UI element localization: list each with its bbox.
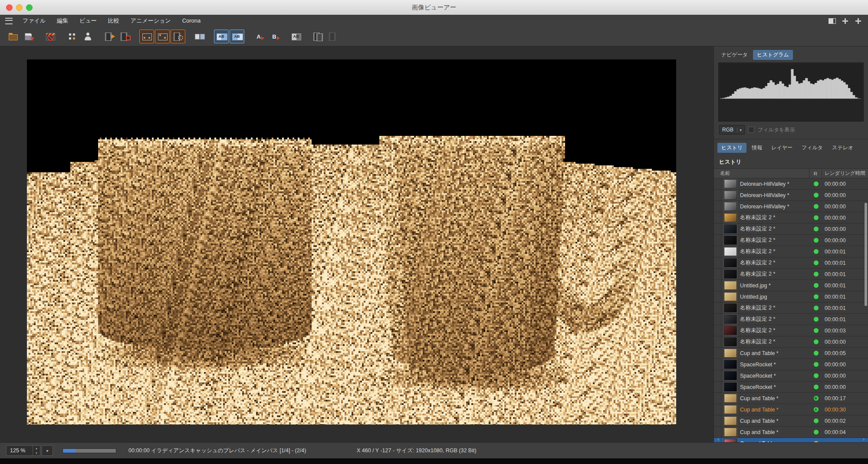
menu-view[interactable]: ビュー: [74, 15, 102, 27]
tab-history[interactable]: ヒストリ: [717, 143, 746, 153]
scroll-left-button[interactable]: ‹: [717, 436, 719, 442]
history-row[interactable]: Cup and Table *00:00:05: [714, 348, 868, 359]
history-thumbnail: [724, 394, 737, 403]
history-row[interactable]: 名称未設定 2 *00:00:01: [714, 269, 868, 280]
history-row[interactable]: Delorean-HillValley *00:00:00: [714, 178, 868, 190]
history-row[interactable]: 名称未設定 2 *00:00:03: [714, 325, 868, 336]
status-cell: [810, 385, 822, 389]
status-cell: [810, 373, 822, 378]
history-row[interactable]: Delorean-HillValley *00:00:00: [714, 190, 868, 201]
render-time: 00:00:00: [822, 362, 868, 368]
status-cell: [810, 339, 822, 344]
hamburger-menu-icon[interactable]: [5, 18, 13, 24]
history-row[interactable]: SpaceRocket *00:00:00: [714, 382, 868, 393]
swap-ba-button[interactable]: AB: [230, 30, 244, 43]
swap-ab-button[interactable]: AB: [214, 30, 229, 43]
history-table-header: 名前 R レンダリング時間 ^: [714, 168, 868, 178]
column-name[interactable]: 名前: [714, 169, 809, 178]
render-image[interactable]: [27, 59, 676, 425]
scrollbar-thumb[interactable]: [865, 203, 867, 306]
stop-render-button[interactable]: [43, 30, 58, 43]
close-button[interactable]: [6, 4, 13, 11]
dock-palette-icon[interactable]: [854, 17, 862, 24]
menu-compare[interactable]: 比較: [102, 15, 125, 27]
filmstrip-button[interactable]: [310, 30, 325, 43]
render-time: 00:00:00: [822, 384, 868, 390]
zoom-control: 125 % ▴ ▾: [6, 445, 40, 456]
history-row[interactable]: Cup and Table *A00:00:30: [714, 404, 868, 415]
record-frame-button[interactable]: [118, 30, 132, 43]
history-row[interactable]: Untitled.jpg00:00:01: [714, 291, 868, 303]
menu-corona[interactable]: Corona: [177, 15, 207, 27]
compare-sequence-button[interactable]: [171, 30, 185, 43]
history-thumbnail: [724, 303, 737, 313]
status-cell: [810, 260, 822, 265]
history-row[interactable]: 名称未設定 2 *00:00:00: [714, 235, 868, 246]
compare-split-button[interactable]: [155, 30, 170, 43]
history-item-name: 名称未設定 2 *: [740, 327, 810, 334]
zoom-value[interactable]: 125 %: [7, 448, 33, 454]
tab-stereo[interactable]: ステレオ: [828, 143, 857, 153]
column-status[interactable]: R: [809, 169, 822, 178]
history-row[interactable]: 名称未設定 2 *00:00:01: [714, 257, 868, 269]
history-row[interactable]: Untitled.jpg *00:00:01: [714, 280, 868, 291]
move-palette-icon[interactable]: [841, 17, 849, 24]
history-scrollbar[interactable]: [865, 201, 868, 331]
channel-select[interactable]: RGB ▾: [719, 125, 745, 135]
render-time: 00:00:00: [822, 339, 868, 345]
ram-player-button[interactable]: [80, 30, 95, 43]
panel-layout-icon[interactable]: [828, 17, 836, 24]
ab-image-button[interactable]: AB: [289, 30, 303, 43]
history-item-name: SpaceRocket *: [740, 384, 810, 390]
tab-histogram[interactable]: ヒストグラム: [753, 50, 793, 60]
render-time: 00:00:00: [822, 181, 868, 187]
zoom-step-down-button[interactable]: ▾: [33, 451, 40, 455]
render-time: 00:00:01: [822, 249, 868, 255]
history-row[interactable]: SpaceRocket *00:00:00: [714, 370, 868, 382]
set-as-a-button[interactable]: A: [251, 30, 266, 43]
render-time: 00:00:00: [822, 226, 868, 232]
cursor-info-text: X 460 / Y -127 - サイズ: 1920x1080, RGB (32…: [357, 447, 477, 454]
team-render-button[interactable]: [65, 30, 79, 43]
render-time: 00:00:02: [822, 418, 868, 424]
status-done-icon: [814, 181, 819, 186]
history-row[interactable]: 名称未設定 2 *00:00:01: [714, 246, 868, 257]
status-cell: [810, 351, 822, 355]
traffic-lights: [6, 4, 33, 11]
compare-side-button[interactable]: [139, 30, 154, 43]
zoom-button[interactable]: [26, 4, 33, 11]
menu-file[interactable]: ファイル: [17, 15, 51, 27]
history-row[interactable]: Cup and Table *00:00:02: [714, 415, 868, 427]
history-row[interactable]: SpaceRocket *00:00:00: [714, 359, 868, 370]
history-item-name: 名称未設定 2 *: [740, 248, 810, 255]
row-gutter: [714, 201, 721, 212]
zoom-dropdown-button[interactable]: ▾: [42, 445, 53, 456]
open-image-button[interactable]: [6, 30, 20, 43]
tab-filter[interactable]: フィルタ: [798, 143, 827, 153]
play-forward-button[interactable]: [102, 30, 117, 43]
person-icon: [82, 32, 93, 41]
tab-navigator[interactable]: ナビゲータ: [717, 50, 752, 60]
history-row[interactable]: 名称未設定 2 *00:00:00: [714, 212, 868, 224]
scroll-right-button[interactable]: ›: [863, 436, 865, 442]
column-render-time[interactable]: レンダリング時間 ^: [822, 169, 868, 178]
history-row[interactable]: Cup and Table *B00:00:17: [714, 393, 868, 404]
history-row[interactable]: 名称未設定 2 *00:00:00: [714, 336, 868, 348]
history-row[interactable]: 名称未設定 2 *00:00:01: [714, 303, 868, 314]
filter-checkbox[interactable]: [748, 127, 754, 133]
filmfwd-icon: [104, 32, 115, 41]
status-done-icon: [814, 215, 819, 220]
set-as-b-button[interactable]: B: [267, 30, 282, 43]
zoom-step-up-button[interactable]: ▴: [33, 446, 40, 451]
menu-edit[interactable]: 編集: [51, 15, 74, 27]
history-row[interactable]: Delorean-HillValley *00:00:00: [714, 201, 868, 212]
minimize-button[interactable]: [16, 4, 23, 11]
ab-thumbnails-button[interactable]: [192, 30, 207, 43]
tab-info[interactable]: 情報: [748, 143, 766, 153]
setB-icon: B: [269, 32, 280, 41]
history-row[interactable]: 名称未設定 2 *00:00:01: [714, 314, 868, 325]
save-image-button[interactable]: [21, 30, 36, 43]
history-row[interactable]: 名称未設定 2 *00:00:00: [714, 224, 868, 235]
tab-layers[interactable]: レイヤー: [767, 143, 796, 153]
menu-animation[interactable]: アニメーション: [125, 15, 177, 27]
